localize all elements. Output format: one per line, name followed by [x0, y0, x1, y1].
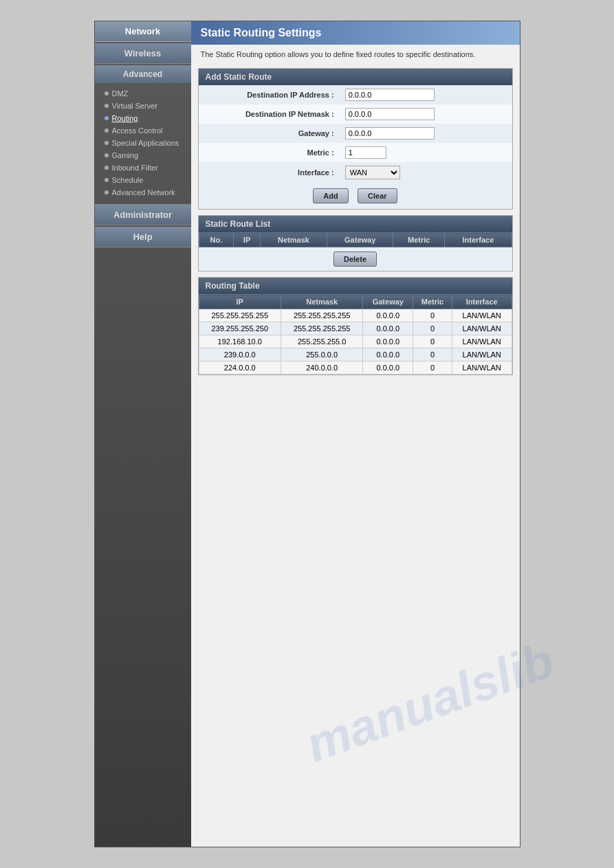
add-button[interactable]: Add — [313, 188, 348, 203]
sidebar-item-dmz[interactable]: DMZ — [95, 87, 191, 100]
sidebar-item-label: DMZ — [112, 89, 129, 98]
sidebar-item-inbound-filter[interactable]: Inbound Filter — [95, 162, 191, 174]
bullet-icon — [105, 116, 109, 120]
page-title: Static Routing Settings — [201, 27, 510, 39]
sidebar-btn-network[interactable]: Network — [95, 21, 191, 42]
delete-btn-row: Delete — [199, 247, 512, 271]
cell-netmask: 255.0.0.0 — [281, 348, 362, 361]
rt-col-metric: Metric — [413, 295, 452, 309]
add-static-route-header: Add Static Route — [199, 69, 512, 85]
gateway-input[interactable] — [345, 127, 435, 140]
cell-metric: 0 — [413, 361, 452, 375]
col-netmask: Netmask — [260, 233, 327, 247]
sidebar-item-virtual-server[interactable]: Virtual Server — [95, 100, 191, 112]
bullet-icon — [105, 141, 109, 145]
cell-netmask: 240.0.0.0 — [281, 361, 362, 375]
gateway-label: Gateway : — [199, 124, 340, 143]
col-ip: IP — [234, 233, 261, 247]
page-title-bar: Static Routing Settings — [191, 21, 520, 45]
cell-ip: 192.168.10.0 — [199, 335, 281, 348]
table-row: 239.255.255.250255.255.255.2550.0.0.00LA… — [199, 322, 512, 335]
cell-interface: LAN/WLAN — [452, 309, 512, 322]
cell-metric: 0 — [413, 322, 452, 335]
main-content: Static Routing Settings The Static Routi… — [191, 21, 520, 847]
bullet-icon — [105, 91, 109, 96]
static-route-table: No. IP Netmask Gateway Metric Interface — [199, 232, 512, 247]
sidebar-btn-help[interactable]: Help — [95, 227, 191, 247]
cell-gateway: 0.0.0.0 — [363, 361, 413, 375]
dest-netmask-label: Destination IP Netmask : — [199, 104, 340, 124]
delete-button[interactable]: Delete — [333, 252, 377, 267]
sidebar-item-label: Routing — [112, 114, 138, 122]
dest-ip-label: Destination IP Address : — [199, 85, 340, 104]
col-no: No. — [199, 233, 234, 247]
interface-select[interactable]: WAN LAN — [345, 166, 400, 179]
dest-netmask-input[interactable] — [345, 108, 435, 120]
cell-gateway: 0.0.0.0 — [363, 335, 413, 348]
sidebar: Network Wireless Advanced DMZVirtual Ser… — [95, 21, 191, 847]
interface-label: Interface : — [199, 162, 340, 183]
metric-input[interactable] — [345, 146, 386, 159]
sidebar-item-gaming[interactable]: Gaming — [95, 149, 191, 162]
cell-ip: 255.255.255.255 — [199, 309, 281, 322]
dest-ip-input[interactable] — [345, 89, 435, 101]
cell-gateway: 0.0.0.0 — [363, 348, 413, 361]
cell-netmask: 255.255.255.0 — [281, 335, 362, 348]
sidebar-item-schedule[interactable]: Schedule — [95, 174, 191, 186]
cell-interface: LAN/WLAN — [452, 348, 512, 361]
cell-interface: LAN/WLAN — [452, 322, 512, 335]
bullet-icon — [105, 153, 109, 157]
bullet-icon — [105, 104, 109, 108]
rt-col-gateway: Gateway — [363, 295, 413, 309]
bullet-icon — [105, 190, 109, 194]
cell-netmask: 255.255.255.255 — [281, 322, 362, 335]
sidebar-advanced-header: Advanced — [95, 65, 191, 83]
routing-table-box: Routing Table IP Netmask Gateway Metric … — [198, 277, 513, 375]
clear-button[interactable]: Clear — [358, 188, 397, 203]
col-gateway: Gateway — [327, 233, 393, 247]
sidebar-item-routing[interactable]: Routing — [95, 112, 191, 124]
table-row: 239.0.0.0255.0.0.00.0.0.00LAN/WLAN — [199, 348, 512, 361]
routing-table-header: Routing Table — [199, 278, 512, 294]
cell-ip: 239.0.0.0 — [199, 348, 281, 361]
table-row: 255.255.255.255255.255.255.2550.0.0.00LA… — [199, 309, 512, 322]
rt-col-ip: IP — [199, 295, 281, 309]
sidebar-btn-wireless[interactable]: Wireless — [95, 43, 191, 64]
sidebar-item-access-control[interactable]: Access Control — [95, 124, 191, 137]
routing-table: IP Netmask Gateway Metric Interface 255.… — [199, 294, 512, 375]
sidebar-item-label: Access Control — [112, 126, 163, 135]
table-row: 224.0.0.0240.0.0.00.0.0.00LAN/WLAN — [199, 361, 512, 375]
sidebar-item-special-applications[interactable]: Special Applications — [95, 137, 191, 149]
sidebar-item-label: Special Applications — [112, 139, 179, 147]
cell-gateway: 0.0.0.0 — [363, 309, 413, 322]
static-route-list-header: Static Route List — [199, 216, 512, 232]
sidebar-item-label: Virtual Server — [112, 102, 157, 110]
sidebar-btn-administrator[interactable]: Administrator — [95, 204, 191, 225]
metric-label: Metric : — [199, 143, 340, 162]
page-description: The Static Routing option allows you to … — [191, 45, 520, 63]
sidebar-item-label: Gaming — [112, 151, 139, 159]
bullet-icon — [105, 129, 109, 133]
rt-col-netmask: Netmask — [281, 295, 362, 309]
cell-metric: 0 — [413, 309, 452, 322]
bullet-icon — [105, 166, 109, 170]
cell-interface: LAN/WLAN — [452, 335, 512, 348]
cell-metric: 0 — [413, 348, 452, 361]
sidebar-item-label: Inbound Filter — [112, 164, 158, 172]
sidebar-item-advanced-network[interactable]: Advanced Network — [95, 186, 191, 199]
cell-interface: LAN/WLAN — [452, 361, 512, 375]
col-interface: Interface — [445, 233, 512, 247]
cell-metric: 0 — [413, 335, 452, 348]
add-form-btn-row: Add Clear — [199, 183, 512, 209]
bullet-icon — [105, 178, 109, 182]
sidebar-menu: DMZVirtual ServerRoutingAccess ControlSp… — [95, 85, 191, 201]
cell-ip: 224.0.0.0 — [199, 361, 281, 375]
rt-col-interface: Interface — [452, 295, 512, 309]
sidebar-item-label: Schedule — [112, 176, 144, 184]
col-metric: Metric — [393, 233, 445, 247]
cell-ip: 239.255.255.250 — [199, 322, 281, 335]
static-route-list-box: Static Route List No. IP Netmask Gateway… — [198, 215, 513, 271]
cell-netmask: 255.255.255.255 — [281, 309, 362, 322]
sidebar-item-label: Advanced Network — [112, 188, 175, 197]
add-static-route-box: Add Static Route Destination IP Address … — [198, 68, 513, 210]
